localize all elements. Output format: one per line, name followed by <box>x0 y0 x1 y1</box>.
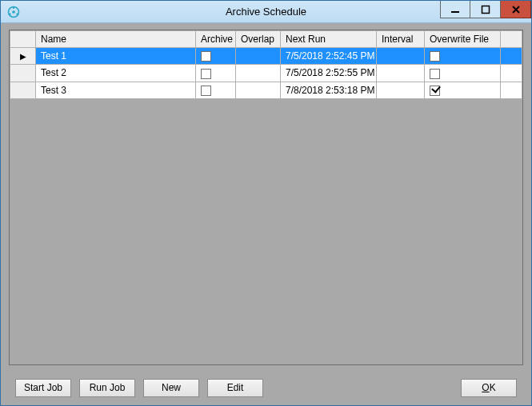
svg-point-2 <box>13 6 14 8</box>
svg-point-1 <box>12 10 15 14</box>
ok-mnemonic: O <box>482 382 489 393</box>
edit-button[interactable]: Edit <box>207 379 263 397</box>
cell-overlap[interactable] <box>236 82 281 98</box>
app-icon <box>6 4 22 20</box>
cell-next-run[interactable]: 7/5/2018 2:52:55 PM <box>281 65 377 82</box>
cell-overlap[interactable] <box>236 65 281 82</box>
col-filler <box>501 31 522 48</box>
cell-overwrite[interactable] <box>425 65 501 82</box>
cell-name[interactable]: Test 1 <box>36 48 196 65</box>
table-row[interactable]: ▶Test 17/5/2018 2:52:45 PM <box>10 48 522 65</box>
ok-button[interactable]: OK <box>461 379 517 397</box>
cell-next-run[interactable]: 7/8/2018 2:53:18 PM <box>281 82 377 98</box>
cell-interval[interactable] <box>377 48 425 65</box>
row-header-corner <box>10 31 36 48</box>
table-row[interactable]: Test 37/8/2018 2:53:18 PM <box>10 82 522 98</box>
cell-interval[interactable] <box>377 82 425 98</box>
svg-point-4 <box>9 13 10 14</box>
overwrite-checkbox[interactable] <box>430 86 440 96</box>
grid-header-row: Name Archive Overlap Next Run Interval O… <box>10 31 522 48</box>
titlebar[interactable]: Archive Schedule <box>1 1 531 23</box>
grid-panel: Name Archive Overlap Next Run Interval O… <box>9 30 523 365</box>
col-archive[interactable]: Archive <box>196 31 236 48</box>
cell-overlap[interactable] <box>236 48 281 65</box>
cell-next-run[interactable]: 7/5/2018 2:52:45 PM <box>281 48 377 65</box>
archive-checkbox[interactable] <box>201 86 211 96</box>
maximize-button[interactable] <box>470 1 501 18</box>
svg-rect-6 <box>482 6 489 13</box>
footer: Start Job Run Job New Edit OK <box>1 370 531 405</box>
col-name[interactable]: Name <box>36 31 196 48</box>
col-overwrite[interactable]: Overwrite File <box>425 31 501 48</box>
overwrite-checkbox[interactable] <box>430 51 440 62</box>
cell-overwrite[interactable] <box>425 48 501 65</box>
row-indicator: ▶ <box>10 48 36 65</box>
cell-archive[interactable] <box>196 82 236 98</box>
col-overlap[interactable]: Overlap <box>236 31 281 48</box>
close-button[interactable] <box>501 1 531 18</box>
cell-filler <box>501 48 522 65</box>
row-indicator <box>10 65 36 82</box>
window-controls <box>440 1 531 18</box>
cell-overwrite[interactable] <box>425 82 501 98</box>
table-row[interactable]: Test 27/5/2018 2:52:55 PM <box>10 65 522 82</box>
col-interval[interactable]: Interval <box>377 31 425 48</box>
run-job-button[interactable]: Run Job <box>79 379 135 397</box>
svg-rect-5 <box>451 11 459 13</box>
cell-filler <box>501 82 522 98</box>
svg-point-3 <box>16 13 18 14</box>
cell-interval[interactable] <box>377 65 425 82</box>
start-job-button[interactable]: Start Job <box>15 379 71 397</box>
cell-archive[interactable] <box>196 65 236 82</box>
cell-name[interactable]: Test 2 <box>36 65 196 82</box>
minimize-button[interactable] <box>440 1 470 18</box>
schedule-grid[interactable]: Name Archive Overlap Next Run Interval O… <box>10 30 522 99</box>
new-button[interactable]: New <box>143 379 199 397</box>
overwrite-checkbox[interactable] <box>430 69 440 79</box>
archive-checkbox[interactable] <box>201 69 211 79</box>
col-next-run[interactable]: Next Run <box>281 31 377 48</box>
cell-archive[interactable] <box>196 48 236 65</box>
archive-checkbox[interactable] <box>201 51 211 62</box>
cell-name[interactable]: Test 3 <box>36 82 196 98</box>
cell-filler <box>501 65 522 82</box>
window-frame: Archive Schedule Name Archive <box>0 0 532 406</box>
row-indicator <box>10 82 36 98</box>
